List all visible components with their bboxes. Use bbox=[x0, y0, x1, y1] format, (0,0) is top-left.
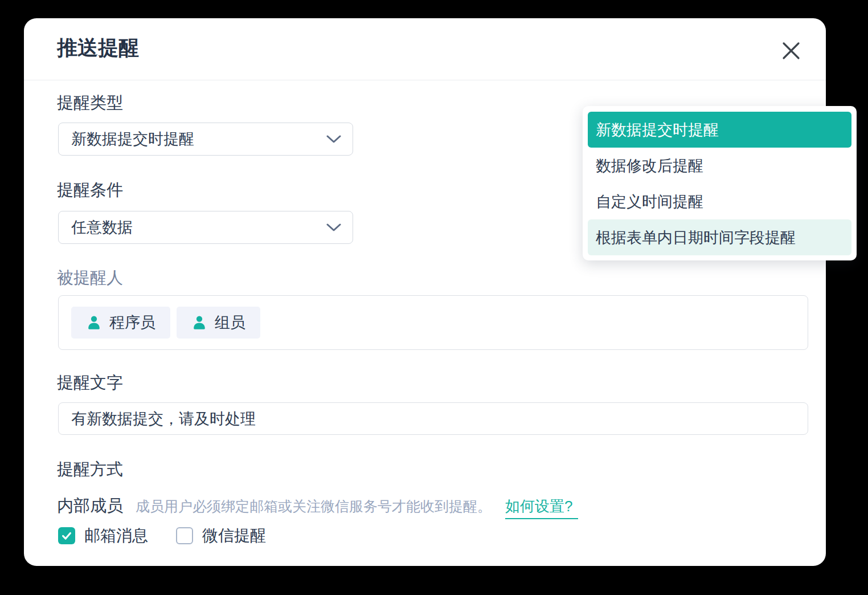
reminder-method-label: 提醒方式 bbox=[57, 461, 123, 478]
method-description-row: 内部成员 成员用户必须绑定邮箱或关注微信服务号才能收到提醒。 如何设置? bbox=[57, 495, 578, 519]
member-type-label: 内部成员 bbox=[57, 495, 123, 517]
close-icon bbox=[780, 40, 802, 62]
how-to-setup-link[interactable]: 如何设置? bbox=[505, 496, 578, 519]
push-reminder-dialog: 推送提醒 提醒类型 新数据提交时提醒 提醒条件 任意数据 被提醒人 bbox=[24, 18, 826, 566]
wechat-reminder-checkbox-item[interactable]: 微信提醒 bbox=[176, 525, 266, 547]
recipient-tag[interactable]: 组员 bbox=[177, 307, 260, 339]
dialog-title: 推送提醒 bbox=[57, 35, 139, 60]
reminder-condition-label: 提醒条件 bbox=[57, 182, 123, 198]
person-icon bbox=[191, 315, 207, 331]
checkbox-checked-icon[interactable] bbox=[58, 527, 75, 544]
recipient-tag[interactable]: 程序员 bbox=[71, 307, 170, 339]
reminder-text-label: 提醒文字 bbox=[57, 374, 123, 391]
method-checkbox-row: 邮箱消息 微信提醒 bbox=[58, 525, 266, 547]
recipients-label: 被提醒人 bbox=[57, 270, 123, 286]
recipient-tag-label: 组员 bbox=[215, 312, 245, 333]
reminder-text-input[interactable] bbox=[58, 402, 808, 435]
dropdown-option[interactable]: 自定义时间提醒 bbox=[588, 184, 851, 219]
reminder-type-select[interactable]: 新数据提交时提醒 bbox=[58, 123, 353, 156]
dropdown-option[interactable]: 数据修改后提醒 bbox=[588, 148, 851, 184]
email-message-label: 邮箱消息 bbox=[84, 525, 148, 547]
email-message-checkbox-item[interactable]: 邮箱消息 bbox=[58, 525, 148, 547]
reminder-type-label: 提醒类型 bbox=[57, 95, 123, 111]
person-icon bbox=[86, 315, 102, 331]
reminder-type-dropdown-menu: 新数据提交时提醒 数据修改后提醒 自定义时间提醒 根据表单内日期时间字段提醒 bbox=[583, 106, 857, 260]
reminder-type-value: 新数据提交时提醒 bbox=[71, 129, 194, 149]
header-divider bbox=[24, 80, 826, 80]
dropdown-option-hovered[interactable]: 根据表单内日期时间字段提醒 bbox=[588, 219, 851, 255]
dropdown-option-selected[interactable]: 新数据提交时提醒 bbox=[588, 112, 851, 148]
method-helper-text: 成员用户必须绑定邮箱或关注微信服务号才能收到提醒。 bbox=[136, 497, 492, 516]
reminder-condition-select[interactable]: 任意数据 bbox=[58, 211, 353, 244]
chevron-down-icon bbox=[326, 135, 341, 144]
recipients-box[interactable]: 程序员 组员 bbox=[58, 295, 808, 350]
checkbox-unchecked-icon[interactable] bbox=[176, 527, 193, 544]
chevron-down-icon bbox=[326, 223, 341, 232]
close-button[interactable] bbox=[778, 38, 804, 64]
reminder-condition-value: 任意数据 bbox=[71, 217, 133, 238]
wechat-reminder-label: 微信提醒 bbox=[202, 525, 266, 547]
recipient-tag-label: 程序员 bbox=[109, 312, 155, 333]
checkmark-icon bbox=[60, 529, 73, 542]
